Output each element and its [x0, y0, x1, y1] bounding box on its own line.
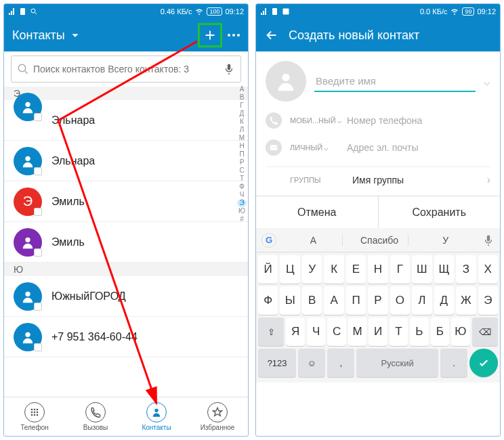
index-letter[interactable]: A [237, 85, 247, 93]
mic-icon[interactable] [482, 234, 495, 246]
index-letter[interactable]: Р [237, 158, 247, 167]
enter-key[interactable] [469, 349, 498, 377]
key[interactable]: Н [368, 255, 387, 284]
nav-Контакты[interactable]: Контакты [126, 397, 187, 436]
key[interactable]: А [324, 286, 343, 315]
name-field[interactable]: Введите имя [314, 71, 476, 92]
save-button[interactable]: Сохранить [379, 196, 501, 228]
index-letter[interactable]: Л [237, 126, 247, 134]
key[interactable]: Ю [451, 317, 469, 346]
index-letter[interactable]: Д [237, 110, 247, 118]
index-letter[interactable]: B [237, 93, 247, 102]
title-text: Контакты [12, 28, 65, 43]
keyboard: ЙЦУКЕНГШЩЗХФЫВАПРОЛДЖЭ⇧ЯЧСМИТЬБЮ⌫?123☺,Р… [256, 252, 500, 382]
key[interactable]: Т [390, 317, 408, 346]
index-letter[interactable]: М [237, 134, 247, 142]
key[interactable]: Э [478, 286, 498, 315]
key[interactable]: Р [368, 286, 387, 315]
email-type-dropdown[interactable]: ЛИЧНЫЙ ⌵ [290, 144, 339, 152]
search-input[interactable] [33, 64, 219, 74]
index-letter[interactable]: Ч [237, 191, 247, 199]
contact-row[interactable]: +7 951 364-60-44 [4, 317, 248, 357]
contact-row[interactable]: ЭЭмиль [4, 181, 248, 222]
contact-list[interactable]: ЭЭльнараЭльнараЭЭмильЭмильЮЮжныйГОРОД+7 … [4, 87, 248, 397]
expand-name-icon[interactable]: ⌵ [484, 75, 490, 88]
index-letter[interactable]: # [237, 215, 247, 223]
index-letter[interactable]: Г [237, 102, 247, 110]
index-letter[interactable]: С [237, 167, 247, 175]
key[interactable]: Ь [410, 317, 428, 346]
contact-row[interactable]: Эльнара [4, 141, 248, 181]
svg-rect-21 [270, 145, 278, 150]
emoji-key[interactable]: ☺ [298, 349, 325, 377]
contact-row[interactable]: ЮжныйГОРОД [4, 276, 248, 317]
key[interactable]: Д [434, 286, 454, 315]
key[interactable]: Ы [280, 286, 299, 315]
email-field[interactable]: Адрес эл. почты [347, 142, 490, 154]
phone-type-dropdown[interactable]: МОБИ...НЫЙ ⌵ [290, 116, 339, 125]
key[interactable]: Л [412, 286, 432, 315]
overflow-menu[interactable] [228, 34, 240, 37]
key[interactable]: Ф [258, 286, 278, 315]
avatar-placeholder[interactable] [266, 61, 306, 102]
svg-point-9 [34, 409, 36, 411]
key[interactable]: Б [431, 317, 449, 346]
key[interactable]: Ц [280, 255, 299, 284]
index-letter[interactable]: Ю [237, 207, 247, 215]
key[interactable]: П [346, 286, 366, 315]
suggestion[interactable]: У [417, 235, 474, 246]
key[interactable]: Ш [412, 255, 432, 284]
key[interactable]: О [390, 286, 410, 315]
index-letter[interactable]: П [237, 150, 247, 158]
key[interactable]: К [324, 255, 343, 284]
alpha-index[interactable]: ABГДКЛМНПРСТФЧЭЮ# [237, 85, 247, 223]
key[interactable]: Г [390, 255, 410, 284]
period-key[interactable]: . [440, 349, 467, 377]
index-letter[interactable]: Т [237, 175, 247, 183]
key[interactable]: Ч [307, 317, 325, 346]
new-contact-form: Введите имя ⌵ МОБИ...НЫЙ ⌵ Номер телефон… [256, 51, 500, 196]
back-arrow-icon[interactable] [264, 28, 279, 43]
nav-Вызовы[interactable]: Вызовы [65, 397, 126, 436]
key[interactable]: З [456, 255, 476, 284]
num-key[interactable]: ?123 [258, 349, 296, 377]
nav-Избранное[interactable]: Избранное [187, 397, 248, 436]
backspace-key[interactable]: ⌫ [472, 317, 498, 346]
key[interactable]: В [302, 286, 322, 315]
index-letter[interactable]: К [237, 118, 247, 126]
contact-row[interactable]: Эмиль [4, 222, 248, 263]
key[interactable]: Е [346, 255, 366, 284]
add-contact-button[interactable] [198, 23, 222, 47]
phone-field[interactable]: Номер телефона [347, 115, 490, 127]
contact-row[interactable]: Эльнара [4, 100, 248, 141]
dropdown-contacts[interactable]: Контакты [12, 28, 198, 43]
group-label: ГРУППЫ [290, 176, 344, 184]
key[interactable]: Щ [434, 255, 454, 284]
key[interactable]: У [302, 255, 322, 284]
index-letter[interactable]: Э [237, 199, 247, 207]
shift-key[interactable]: ⇧ [258, 317, 284, 346]
index-letter[interactable]: Ф [237, 183, 247, 191]
group-field[interactable]: Имя группы [352, 175, 479, 186]
key[interactable]: С [327, 317, 345, 346]
section-header: Ю [4, 263, 248, 276]
mic-icon[interactable] [223, 63, 235, 75]
suggestion[interactable]: А [285, 235, 343, 246]
comma-key[interactable]: , [327, 349, 354, 377]
key[interactable]: Х [478, 255, 498, 284]
key[interactable]: Й [258, 255, 278, 284]
cancel-button[interactable]: Отмена [256, 196, 379, 228]
nav-Телефон[interactable]: Телефон [4, 397, 65, 436]
index-letter[interactable]: Н [237, 142, 247, 150]
suggestion[interactable]: Спасибо [351, 235, 409, 246]
key[interactable]: И [369, 317, 387, 346]
key[interactable]: Я [286, 317, 304, 346]
suggestion-bar: G А Спасибо У [256, 228, 500, 252]
google-icon[interactable]: G [261, 233, 276, 248]
search-bar[interactable] [11, 56, 241, 83]
key[interactable]: Ж [456, 286, 476, 315]
chevron-right-icon[interactable]: › [487, 174, 490, 186]
key[interactable]: М [348, 317, 366, 346]
space-key[interactable]: Русский [356, 349, 438, 377]
svg-point-10 [37, 409, 39, 411]
